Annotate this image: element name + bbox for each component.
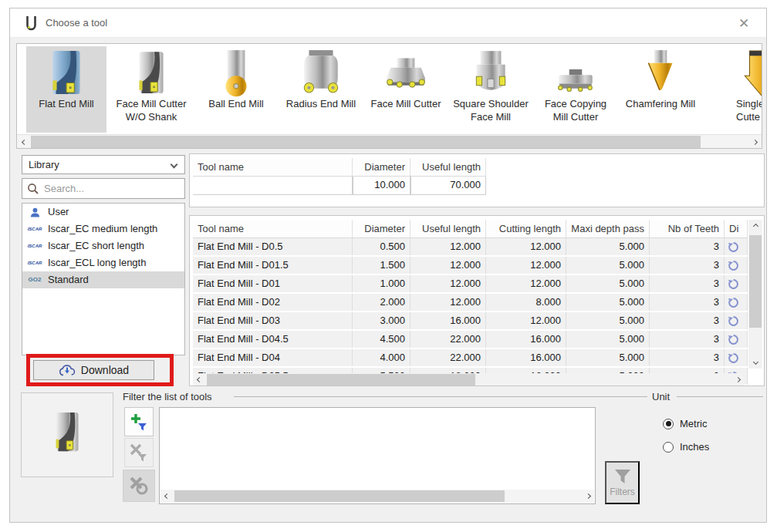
library-item-label: Iscar_EC medium length <box>48 221 157 237</box>
cell-nb-of-teeth: 3 <box>650 312 725 329</box>
scroll-left-icon[interactable] <box>160 490 173 503</box>
library-dropdown-value: Library <box>29 159 59 170</box>
library-item-label: User <box>48 204 69 221</box>
rotation-direction-icon <box>725 349 748 366</box>
filter-list-box[interactable] <box>159 407 596 504</box>
toolbar-item-face-copying-mill-cutter[interactable]: Face CopyingMill Cutter <box>535 46 616 133</box>
tools-table-vertical-scrollbar[interactable] <box>748 220 762 369</box>
column-header-tool-name: Tool name <box>193 158 353 177</box>
add-filter-icon <box>130 412 148 431</box>
scroll-left-icon[interactable] <box>193 373 205 386</box>
close-icon[interactable]: ✕ <box>735 15 752 32</box>
rotation-direction-icon <box>725 238 748 255</box>
cell-tool-name: Flat End Mill - D02 <box>193 294 353 311</box>
toolbar-item-square-shoulder-face-mill[interactable]: Square ShoulderFace Mill <box>451 46 531 133</box>
radio-selected-icon <box>663 419 674 429</box>
toolbar-item-radius-end-mill[interactable]: Radius End Mill <box>281 46 361 133</box>
column-header-maxi-depth-pass[interactable]: Maxi depth pass <box>566 220 650 238</box>
table-row[interactable]: Flat End Mill - D011.00012.00012.0005.00… <box>193 275 748 294</box>
column-header-useful-length: Useful length <box>410 158 486 177</box>
library-item-label: Standard <box>48 271 89 288</box>
cell-tool-name: Flat End Mill - D0.5 <box>193 238 353 255</box>
remove-filter-button[interactable] <box>124 438 154 467</box>
library-item-user[interactable]: User <box>22 204 184 221</box>
library-item-iscar-ec-short-length[interactable]: ISCARIscar_EC short length <box>22 237 184 254</box>
tools-table-horizontal-scrollbar[interactable] <box>193 373 744 386</box>
vertical-scroll-thumb[interactable] <box>749 235 762 328</box>
scroll-right-icon[interactable] <box>748 135 762 149</box>
unit-option-metric[interactable]: Metric <box>663 418 707 429</box>
cell-nb-of-teeth: 3 <box>650 331 725 348</box>
ball-end-mill-icon <box>214 49 258 96</box>
column-header-tool-name[interactable]: Tool name <box>193 220 353 238</box>
cell-tool-name: Flat End Mill - D03 <box>193 312 353 329</box>
horizontal-scroll-thumb[interactable] <box>207 374 475 386</box>
tool-strip-scrollbar[interactable] <box>17 134 762 148</box>
selected-tool-panel: Tool name Diameter Useful length 10.000 … <box>189 153 765 207</box>
download-button[interactable]: Download <box>33 360 154 380</box>
cell-maxi-depth-pass: 5.000 <box>566 238 650 255</box>
selected-tool-name-value <box>193 177 353 195</box>
cell-cutting-length: 16.000 <box>486 349 566 366</box>
library-item-iscar-ecl-long-length[interactable]: ISCARIscar_ECL long length <box>22 254 184 271</box>
cell-cutting-length: 12.000 <box>486 312 566 329</box>
choose-a-tool-dialog: Choose a tool ✕ Flat End MillFace Mill C… <box>9 8 767 523</box>
search-input[interactable] <box>44 181 180 196</box>
filter-list-scroll-thumb[interactable] <box>174 490 505 502</box>
cell-useful-length: 12.000 <box>410 257 486 274</box>
iscar-logo-icon: ISCAR <box>28 240 42 252</box>
column-header-diameter: Diameter <box>353 158 410 177</box>
cell-useful-length: 16.000 <box>410 312 486 329</box>
toolbar-item-label: Face Mill Cutter <box>366 97 446 110</box>
scroll-down-icon[interactable] <box>748 355 762 369</box>
toolbar-item-face-mill-cutter[interactable]: Face Mill Cutter <box>366 46 446 133</box>
table-row[interactable]: Flat End Mill - D022.00012.0008.0005.000… <box>193 294 748 312</box>
cell-diameter: 0.500 <box>353 238 410 255</box>
tool-strip-scroll-thumb[interactable] <box>31 136 701 148</box>
scroll-up-icon[interactable] <box>748 220 762 233</box>
cell-cutting-length: 12.000 <box>486 275 566 292</box>
table-row[interactable]: Flat End Mill - D044.00022.00016.0005.00… <box>193 349 748 368</box>
toolbar-item-label: Ball End Mill <box>196 97 276 110</box>
cell-diameter: 4.500 <box>353 331 410 348</box>
cell-maxi-depth-pass: 5.000 <box>566 331 650 348</box>
library-dropdown[interactable]: Library <box>22 155 185 174</box>
user-icon <box>28 206 42 218</box>
radio-unselected-icon <box>663 442 674 453</box>
toolbar-item-face-mill-cutter-w-o-shank[interactable]: Face Mill CutterW/O Shank <box>111 46 191 133</box>
cell-useful-length: 12.000 <box>410 294 486 311</box>
column-header-di[interactable]: Di <box>725 220 748 238</box>
cell-diameter: 1.000 <box>353 275 410 292</box>
toolbar-item-single-a-cutte[interactable]: Single-ACutte <box>705 46 762 133</box>
unit-option-inches[interactable]: Inches <box>663 441 709 453</box>
table-row[interactable]: Flat End Mill - D04.54.50022.00016.0005.… <box>193 331 748 349</box>
clear-filters-button[interactable] <box>123 470 155 502</box>
library-list: UserISCARIscar_EC medium lengthISCARIsca… <box>22 203 185 355</box>
column-header-nb-of-teeth[interactable]: Nb of Teeth <box>650 220 725 238</box>
cell-tool-name: Flat End Mill - D01 <box>193 275 353 292</box>
filter-list-scrollbar[interactable] <box>160 490 594 503</box>
column-header-useful-length[interactable]: Useful length <box>410 220 486 238</box>
flat-end-mill-icon <box>44 49 89 96</box>
scroll-right-icon[interactable] <box>731 373 744 386</box>
filter-group-label: Filter the list of tools <box>123 391 212 402</box>
group-divider <box>234 396 645 397</box>
library-item-iscar-ec-medium-length[interactable]: ISCARIscar_EC medium length <box>22 221 184 237</box>
chevron-down-icon <box>171 161 178 169</box>
title-bar: Choose a tool ✕ <box>10 8 766 38</box>
library-item-standard[interactable]: GO2Standard <box>22 271 184 288</box>
table-row[interactable]: Flat End Mill - D0.50.50012.00012.0005.0… <box>193 238 748 257</box>
toolbar-item-flat-end-mill[interactable]: Flat End Mill <box>26 46 106 133</box>
scroll-right-icon[interactable] <box>582 490 594 503</box>
add-filter-button[interactable] <box>124 407 154 436</box>
scroll-left-icon[interactable] <box>17 135 31 149</box>
filters-button[interactable]: Filters <box>605 461 640 504</box>
table-row[interactable]: Flat End Mill - D01.51.50012.00012.0005.… <box>193 257 748 275</box>
column-header-cutting-length[interactable]: Cutting length <box>486 220 566 238</box>
column-header-diameter[interactable]: Diameter <box>353 220 410 238</box>
tool-preview-box <box>21 392 113 477</box>
table-row[interactable]: Flat End Mill - D033.00016.00012.0005.00… <box>193 312 748 331</box>
toolbar-item-chamfering-mill[interactable]: Chamfering Mill <box>620 46 701 133</box>
rotation-direction-icon <box>725 257 748 274</box>
toolbar-item-ball-end-mill[interactable]: Ball End Mill <box>196 46 276 133</box>
